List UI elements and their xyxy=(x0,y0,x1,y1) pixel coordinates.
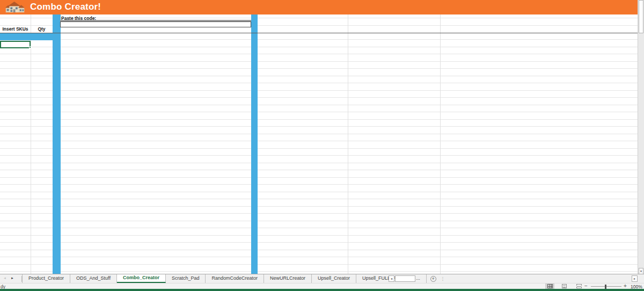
gridline-vertical xyxy=(348,14,348,274)
fill-handle[interactable] xyxy=(29,46,31,48)
tab-nav-right-icon[interactable]: ► xyxy=(9,274,16,283)
spreadsheet-grid: Insert SKUs Qty Paste this code: xyxy=(0,14,638,274)
window-bottom-edge xyxy=(0,289,644,291)
sheet-tab-bar: ◄ ► Product_Creator ODS_And_Stuff Combo_… xyxy=(0,274,644,283)
view-shortcuts xyxy=(545,283,583,289)
zoom-slider-thumb[interactable] xyxy=(605,285,606,289)
horizontal-scrollbar-thumb[interactable] xyxy=(395,275,415,282)
sheet-tab-ods-and-stuff[interactable]: ODS_And_Stuff xyxy=(70,274,117,283)
sheet-tab-randomcodecreator[interactable]: RandomCodeCreator xyxy=(206,274,264,283)
blue-highlight-column-left xyxy=(53,14,61,274)
page-layout-view-button[interactable] xyxy=(560,283,569,289)
blue-highlight-row xyxy=(0,33,61,40)
sheet-tab-product-creator[interactable]: Product_Creator xyxy=(22,274,70,283)
active-cell[interactable] xyxy=(0,41,31,48)
grid-rows xyxy=(0,33,638,274)
vertical-scrollbar-thumb[interactable] xyxy=(639,0,643,33)
vertical-scrollbar[interactable] xyxy=(638,0,644,275)
sheet-tab-scratch-pad[interactable]: Scratch_Pad xyxy=(166,274,206,283)
sheet-tab-combo-creator[interactable]: Combo_Creator xyxy=(117,274,166,283)
zoom-out-icon[interactable]: − xyxy=(584,283,588,289)
more-tabs-icon: ⋮ xyxy=(441,277,445,281)
status-bar: dy − + 100% xyxy=(0,283,644,289)
scroll-right-icon[interactable]: ► xyxy=(632,275,638,282)
column-header-insert-skus: Insert SKUs xyxy=(0,26,31,32)
paste-code-input[interactable] xyxy=(60,21,251,27)
gridline-vertical xyxy=(440,14,441,274)
house-icon xyxy=(5,1,25,13)
new-sheet-icon[interactable]: + xyxy=(430,276,436,282)
zoom-in-icon[interactable]: + xyxy=(624,283,627,289)
tab-nav-left-icon[interactable]: ◄ xyxy=(1,274,9,283)
header-row-underline xyxy=(0,33,638,34)
normal-view-button[interactable] xyxy=(545,283,554,289)
scroll-left-icon[interactable]: ◄ xyxy=(389,275,394,282)
sheet-tab-newurlcreator[interactable]: NewURLCreator xyxy=(264,274,312,283)
excel-window: Combo Creator! Insert SKUs Qty Paste thi… xyxy=(0,0,644,291)
sheet-banner: Combo Creator! xyxy=(0,0,638,14)
page-layout-view-icon xyxy=(562,284,567,288)
sheet-tab-upsell-creator[interactable]: Upsell_Creator xyxy=(312,274,356,283)
column-header-qty: Qty xyxy=(31,26,53,32)
page-title: Combo Creator! xyxy=(30,2,101,12)
page-break-view-icon xyxy=(576,284,582,288)
normal-view-icon xyxy=(547,284,553,288)
page-break-view-button[interactable] xyxy=(574,283,583,289)
blue-highlight-column-right xyxy=(251,14,258,274)
gridline-vertical xyxy=(31,14,31,274)
